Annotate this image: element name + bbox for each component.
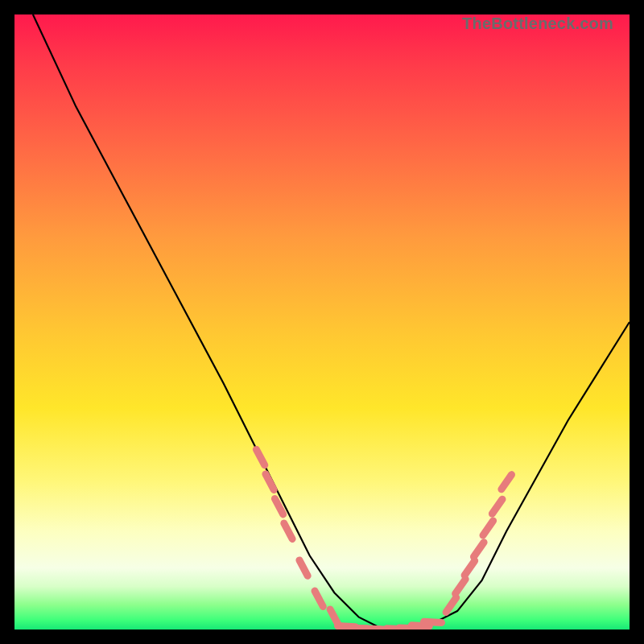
curve-marker — [299, 560, 308, 576]
curve-marker — [502, 475, 512, 489]
curve-marker — [315, 591, 323, 606]
marker-cluster-right — [446, 475, 511, 613]
curve-marker — [464, 561, 475, 576]
bottleneck-curve-svg — [14, 14, 630, 630]
curve-marker — [483, 521, 493, 535]
marker-cluster-left — [256, 449, 338, 625]
curve-marker — [492, 499, 502, 514]
curve-marker — [424, 621, 442, 622]
bottleneck-curve-path — [33, 14, 630, 630]
curve-marker — [266, 474, 274, 490]
chart-plot-area: TheBottleneck.com — [14, 14, 630, 630]
curve-marker — [284, 523, 292, 539]
curve-marker — [446, 597, 456, 612]
marker-cluster-bottom — [338, 621, 442, 630]
curve-marker — [456, 580, 466, 594]
curve-marker — [474, 543, 485, 557]
chart-frame: TheBottleneck.com — [0, 0, 644, 644]
curve-marker — [411, 625, 429, 626]
curve-marker — [256, 449, 264, 464]
